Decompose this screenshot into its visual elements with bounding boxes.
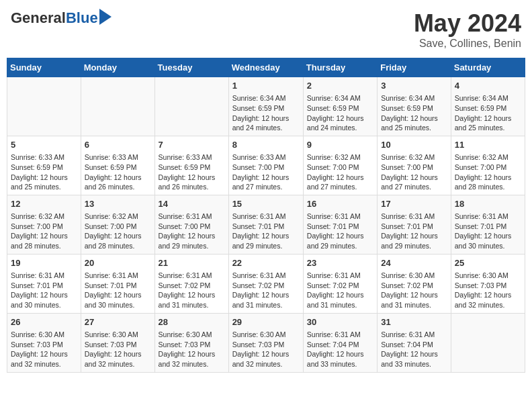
calendar-cell: 29Sunrise: 6:30 AM Sunset: 7:03 PM Dayli…: [228, 313, 303, 372]
day-number: 26: [11, 316, 77, 328]
location-title: Save, Collines, Benin: [414, 38, 521, 50]
cell-content: Sunrise: 6:31 AM Sunset: 7:00 PM Dayligh…: [159, 212, 225, 251]
calendar-table: SundayMondayTuesdayWednesdayThursdayFrid…: [7, 58, 525, 373]
cell-content: Sunrise: 6:31 AM Sunset: 7:01 PM Dayligh…: [11, 271, 77, 310]
calendar-cell: 20Sunrise: 6:31 AM Sunset: 7:01 PM Dayli…: [81, 254, 154, 313]
day-header-thursday: Thursday: [303, 58, 377, 77]
calendar-cell: 4Sunrise: 6:34 AM Sunset: 6:59 PM Daylig…: [451, 77, 525, 136]
calendar-week-row: 12Sunrise: 6:32 AM Sunset: 7:00 PM Dayli…: [7, 195, 525, 254]
day-header-tuesday: Tuesday: [154, 58, 228, 77]
calendar-cell: 11Sunrise: 6:32 AM Sunset: 7:00 PM Dayli…: [451, 136, 525, 195]
day-header-wednesday: Wednesday: [228, 58, 303, 77]
logo-blue-text: Blue: [66, 9, 98, 27]
cell-content: Sunrise: 6:31 AM Sunset: 7:01 PM Dayligh…: [455, 212, 521, 251]
calendar-week-row: 1Sunrise: 6:34 AM Sunset: 6:59 PM Daylig…: [7, 77, 525, 136]
cell-content: Sunrise: 6:31 AM Sunset: 7:02 PM Dayligh…: [232, 271, 300, 310]
cell-content: Sunrise: 6:31 AM Sunset: 7:02 PM Dayligh…: [159, 271, 225, 310]
day-number: 30: [307, 316, 373, 328]
calendar-cell: 27Sunrise: 6:30 AM Sunset: 7:03 PM Dayli…: [81, 313, 154, 372]
day-number: 8: [232, 139, 300, 151]
calendar-week-row: 5Sunrise: 6:33 AM Sunset: 6:59 PM Daylig…: [7, 136, 525, 195]
calendar-cell: 13Sunrise: 6:32 AM Sunset: 7:00 PM Dayli…: [81, 195, 154, 254]
logo: General Blue: [11, 9, 112, 27]
day-number: 5: [11, 139, 77, 151]
cell-content: Sunrise: 6:31 AM Sunset: 7:01 PM Dayligh…: [381, 212, 447, 251]
calendar-cell: 12Sunrise: 6:32 AM Sunset: 7:00 PM Dayli…: [7, 195, 81, 254]
day-number: 3: [381, 80, 447, 92]
calendar-cell: [81, 77, 154, 136]
calendar-cell: 30Sunrise: 6:31 AM Sunset: 7:04 PM Dayli…: [303, 313, 377, 372]
cell-content: Sunrise: 6:32 AM Sunset: 7:00 PM Dayligh…: [85, 212, 151, 251]
day-number: 28: [159, 316, 225, 328]
day-number: 23: [307, 257, 373, 269]
day-number: 6: [85, 139, 151, 151]
day-number: 25: [455, 257, 521, 269]
day-header-friday: Friday: [378, 58, 451, 77]
cell-content: Sunrise: 6:34 AM Sunset: 6:59 PM Dayligh…: [232, 93, 300, 133]
calendar-cell: 5Sunrise: 6:33 AM Sunset: 6:59 PM Daylig…: [7, 136, 81, 195]
day-number: 13: [85, 198, 151, 210]
day-number: 4: [455, 80, 521, 92]
cell-content: Sunrise: 6:30 AM Sunset: 7:03 PM Dayligh…: [455, 271, 521, 310]
calendar-cell: 16Sunrise: 6:31 AM Sunset: 7:01 PM Dayli…: [303, 195, 377, 254]
cell-content: Sunrise: 6:30 AM Sunset: 7:03 PM Dayligh…: [11, 330, 77, 369]
cell-content: Sunrise: 6:34 AM Sunset: 6:59 PM Dayligh…: [455, 93, 521, 133]
calendar-cell: 10Sunrise: 6:32 AM Sunset: 7:00 PM Dayli…: [378, 136, 451, 195]
calendar-cell: 19Sunrise: 6:31 AM Sunset: 7:01 PM Dayli…: [7, 254, 81, 313]
page-header: General Blue May 2024 Save, Collines, Be…: [7, 7, 525, 52]
calendar-cell: [7, 77, 81, 136]
day-number: 31: [381, 316, 447, 328]
day-number: 2: [307, 80, 373, 92]
calendar-cell: 2Sunrise: 6:34 AM Sunset: 6:59 PM Daylig…: [303, 77, 377, 136]
calendar-cell: [451, 313, 525, 372]
cell-content: Sunrise: 6:31 AM Sunset: 7:01 PM Dayligh…: [85, 271, 151, 310]
calendar-cell: 21Sunrise: 6:31 AM Sunset: 7:02 PM Dayli…: [154, 254, 228, 313]
day-number: 18: [455, 198, 521, 210]
calendar-week-row: 19Sunrise: 6:31 AM Sunset: 7:01 PM Dayli…: [7, 254, 525, 313]
cell-content: Sunrise: 6:31 AM Sunset: 7:02 PM Dayligh…: [307, 271, 373, 310]
calendar-cell: 1Sunrise: 6:34 AM Sunset: 6:59 PM Daylig…: [228, 77, 303, 136]
calendar-week-row: 26Sunrise: 6:30 AM Sunset: 7:03 PM Dayli…: [7, 313, 525, 372]
day-header-saturday: Saturday: [451, 58, 525, 77]
cell-content: Sunrise: 6:30 AM Sunset: 7:03 PM Dayligh…: [85, 330, 151, 369]
day-number: 15: [232, 198, 300, 210]
day-number: 20: [85, 257, 151, 269]
cell-content: Sunrise: 6:34 AM Sunset: 6:59 PM Dayligh…: [381, 93, 447, 133]
calendar-header-row: SundayMondayTuesdayWednesdayThursdayFrid…: [7, 58, 525, 77]
title-section: May 2024 Save, Collines, Benin: [414, 9, 521, 50]
calendar-cell: 6Sunrise: 6:33 AM Sunset: 6:59 PM Daylig…: [81, 136, 154, 195]
calendar-cell: 15Sunrise: 6:31 AM Sunset: 7:01 PM Dayli…: [228, 195, 303, 254]
day-number: 11: [455, 139, 521, 151]
calendar-cell: 3Sunrise: 6:34 AM Sunset: 6:59 PM Daylig…: [378, 77, 451, 136]
cell-content: Sunrise: 6:32 AM Sunset: 7:00 PM Dayligh…: [11, 212, 77, 251]
cell-content: Sunrise: 6:31 AM Sunset: 7:04 PM Dayligh…: [381, 330, 447, 369]
day-number: 10: [381, 139, 447, 151]
cell-content: Sunrise: 6:32 AM Sunset: 7:00 PM Dayligh…: [455, 152, 521, 192]
cell-content: Sunrise: 6:32 AM Sunset: 7:00 PM Dayligh…: [307, 152, 373, 192]
cell-content: Sunrise: 6:33 AM Sunset: 6:59 PM Dayligh…: [11, 152, 77, 192]
day-header-sunday: Sunday: [7, 58, 81, 77]
calendar-cell: [154, 77, 228, 136]
day-number: 14: [159, 198, 225, 210]
day-number: 29: [232, 316, 300, 328]
calendar-cell: 9Sunrise: 6:32 AM Sunset: 7:00 PM Daylig…: [303, 136, 377, 195]
calendar-cell: 23Sunrise: 6:31 AM Sunset: 7:02 PM Dayli…: [303, 254, 377, 313]
day-number: 16: [307, 198, 373, 210]
calendar-cell: 14Sunrise: 6:31 AM Sunset: 7:00 PM Dayli…: [154, 195, 228, 254]
cell-content: Sunrise: 6:31 AM Sunset: 7:04 PM Dayligh…: [307, 330, 373, 369]
day-number: 17: [381, 198, 447, 210]
cell-content: Sunrise: 6:33 AM Sunset: 7:00 PM Dayligh…: [232, 152, 300, 192]
day-number: 27: [85, 316, 151, 328]
day-number: 24: [381, 257, 447, 269]
day-header-monday: Monday: [81, 58, 154, 77]
day-number: 9: [307, 139, 373, 151]
day-number: 1: [232, 80, 300, 92]
day-number: 21: [159, 257, 225, 269]
day-number: 22: [232, 257, 300, 269]
day-number: 12: [11, 198, 77, 210]
calendar-cell: 8Sunrise: 6:33 AM Sunset: 7:00 PM Daylig…: [228, 136, 303, 195]
cell-content: Sunrise: 6:32 AM Sunset: 7:00 PM Dayligh…: [381, 152, 447, 192]
calendar-cell: 22Sunrise: 6:31 AM Sunset: 7:02 PM Dayli…: [228, 254, 303, 313]
calendar-cell: 26Sunrise: 6:30 AM Sunset: 7:03 PM Dayli…: [7, 313, 81, 372]
calendar-cell: 18Sunrise: 6:31 AM Sunset: 7:01 PM Dayli…: [451, 195, 525, 254]
